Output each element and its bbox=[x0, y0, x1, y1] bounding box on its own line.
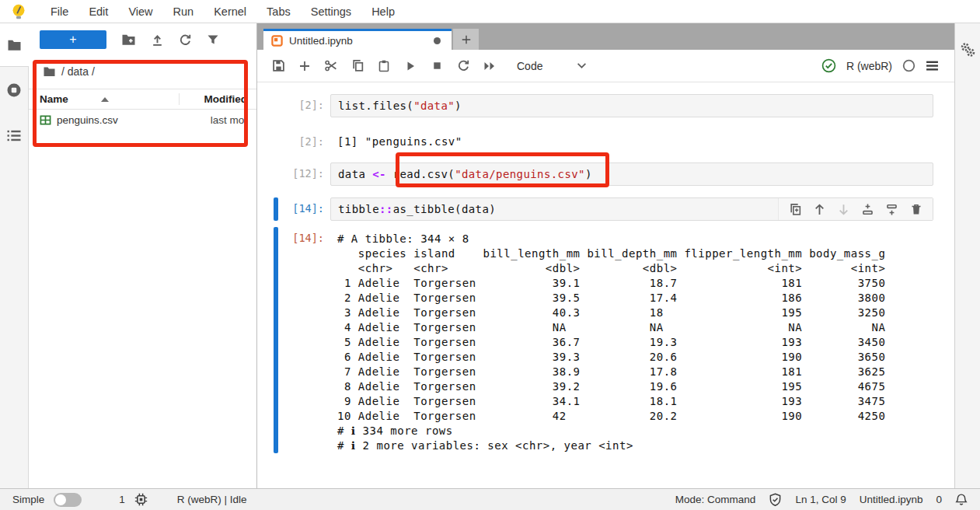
simple-mode-toggle[interactable] bbox=[54, 493, 82, 507]
column-header-name[interactable]: Name bbox=[29, 93, 179, 105]
sidebar-tab-filebrowser[interactable] bbox=[0, 23, 29, 66]
new-tab-button[interactable] bbox=[453, 29, 479, 50]
copy-cells-button[interactable] bbox=[347, 56, 368, 76]
bell-icon[interactable] bbox=[955, 493, 968, 507]
kernel-session-count[interactable]: 1 bbox=[119, 494, 125, 505]
cursor-position[interactable]: Ln 1, Col 9 bbox=[795, 494, 846, 505]
code-text: list.files("data") bbox=[338, 100, 462, 112]
menu-bar: File Edit View Run Kernel Tabs Settings … bbox=[0, 0, 980, 23]
left-activity-bar bbox=[0, 23, 29, 488]
notebook-panel: Untitled.ipynb bbox=[256, 23, 954, 488]
kernel-name[interactable]: R (webR) bbox=[846, 60, 892, 72]
code-cell-3-active: [14]: tibble::as_tibble(data) bbox=[257, 197, 954, 221]
simple-mode-label: Simple bbox=[12, 494, 44, 505]
notebook-toolbar: Code R (webR) bbox=[257, 50, 954, 82]
menu-tabs[interactable]: Tabs bbox=[256, 5, 301, 18]
cut-cells-button[interactable] bbox=[321, 56, 341, 76]
insert-cell-below-button[interactable] bbox=[880, 200, 904, 218]
filter-icon[interactable] bbox=[207, 33, 219, 46]
breadcrumb-path[interactable]: / data / bbox=[61, 65, 95, 78]
insert-cell-above-button[interactable] bbox=[856, 200, 880, 218]
tab-untitled-ipynb[interactable]: Untitled.ipynb bbox=[263, 29, 452, 50]
file-list-header: Name Modified bbox=[29, 89, 256, 110]
menu-run[interactable]: Run bbox=[163, 5, 204, 18]
unsaved-changes-indicator[interactable] bbox=[434, 37, 441, 44]
kernel-chip-icon[interactable] bbox=[134, 493, 148, 506]
file-modified: last mo. bbox=[179, 114, 256, 126]
code-cell-1: [2]: list.files("data") bbox=[257, 94, 954, 117]
trusted-check-icon bbox=[821, 58, 836, 73]
notebook-file-icon bbox=[271, 35, 283, 47]
input-prompt: [12]: bbox=[278, 162, 330, 186]
code-editor[interactable]: tibble::as_tibble(data) bbox=[330, 197, 933, 221]
tibble-output: # A tibble: 344 × 8 species island bill_… bbox=[330, 227, 933, 453]
code-text: tibble::as_tibble(data) bbox=[338, 203, 496, 215]
property-inspector-gears-icon[interactable] bbox=[960, 42, 976, 58]
save-button[interactable] bbox=[268, 56, 288, 76]
running-kernels-icon[interactable] bbox=[6, 82, 22, 98]
menu-edit[interactable]: Edit bbox=[78, 5, 118, 18]
notification-count[interactable]: 0 bbox=[936, 494, 942, 505]
delete-cell-button[interactable] bbox=[904, 200, 928, 218]
cell-1-output: [2]: [1] "penguins.csv" bbox=[257, 131, 954, 149]
trust-shield-icon bbox=[769, 493, 782, 507]
active-filename: Untitled.ipynb bbox=[860, 494, 923, 505]
tab-title: Untitled.ipynb bbox=[289, 35, 427, 47]
restart-kernel-button[interactable] bbox=[453, 56, 473, 76]
notebook-content: [2]: list.files("data") [2]: [1] "pengui… bbox=[257, 82, 954, 488]
code-cell-2: [12]: data <- read.csv("data/penguins.cs… bbox=[257, 162, 954, 186]
file-name: penguins.csv bbox=[57, 114, 179, 126]
dock-tab-bar: Untitled.ipynb bbox=[257, 23, 954, 50]
menu-file[interactable]: File bbox=[40, 5, 78, 18]
code-editor[interactable]: data <- read.csv("data/penguins.csv") bbox=[330, 162, 933, 186]
kernel-status-text[interactable]: R (webR) | Idle bbox=[177, 494, 247, 505]
folder-icon bbox=[7, 39, 22, 51]
duplicate-cell-button[interactable] bbox=[783, 200, 807, 218]
refresh-icon[interactable] bbox=[179, 33, 192, 47]
move-cell-down-button[interactable] bbox=[832, 200, 856, 218]
output-text: [1] "penguins.csv" bbox=[330, 131, 933, 149]
insert-cell-button[interactable] bbox=[295, 56, 315, 76]
move-cell-up-button[interactable] bbox=[807, 200, 832, 218]
table-of-contents-icon[interactable] bbox=[6, 129, 22, 142]
menu-help[interactable]: Help bbox=[361, 5, 405, 18]
menu-settings[interactable]: Settings bbox=[301, 5, 361, 18]
file-browser-toolbar: + bbox=[29, 23, 256, 56]
column-header-modified[interactable]: Modified bbox=[179, 93, 256, 105]
kernel-status-icon[interactable] bbox=[902, 59, 915, 72]
new-folder-icon[interactable] bbox=[121, 33, 136, 46]
cell-type-dropdown[interactable]: Code bbox=[517, 60, 587, 72]
file-browser-panel: + / data / Name Modi bbox=[29, 23, 256, 488]
right-activity-bar bbox=[954, 23, 980, 488]
file-row-penguins-csv[interactable]: penguins.csv last mo. bbox=[29, 110, 256, 131]
code-editor[interactable]: list.files("data") bbox=[330, 94, 933, 117]
output-prompt: [2]: bbox=[278, 131, 330, 149]
side-panel-menu-icon[interactable] bbox=[926, 60, 939, 72]
chevron-down-icon bbox=[577, 62, 587, 69]
status-bar: Simple 1 R (webR) | Idle Mode: Command L… bbox=[0, 488, 980, 510]
menu-view[interactable]: View bbox=[118, 5, 162, 18]
upload-icon[interactable] bbox=[151, 33, 164, 47]
menu-kernel[interactable]: Kernel bbox=[204, 5, 256, 18]
command-mode-indicator[interactable]: Mode: Command bbox=[675, 494, 756, 505]
toggle-knob bbox=[55, 494, 66, 505]
cell-3-output: [14]: # A tibble: 344 × 8 species island… bbox=[257, 227, 954, 453]
new-launcher-button[interactable]: + bbox=[40, 30, 106, 49]
interrupt-kernel-button[interactable] bbox=[427, 56, 447, 76]
cell-hover-toolbar bbox=[778, 198, 933, 220]
restart-run-all-button[interactable] bbox=[480, 56, 500, 76]
input-prompt: [2]: bbox=[278, 94, 330, 117]
breadcrumb[interactable]: / data / bbox=[29, 56, 256, 82]
output-prompt: [14]: bbox=[278, 227, 330, 453]
run-cell-button[interactable] bbox=[400, 56, 420, 76]
csv-file-icon bbox=[40, 114, 51, 126]
paste-cells-button[interactable] bbox=[374, 56, 394, 76]
cell-type-value: Code bbox=[517, 60, 542, 72]
sort-ascending-icon bbox=[101, 97, 109, 102]
folder-icon bbox=[43, 66, 56, 77]
input-prompt: [14]: bbox=[278, 197, 330, 221]
jupyterlite-logo-icon bbox=[11, 3, 26, 20]
code-text: data <- read.csv("data/penguins.csv") bbox=[338, 168, 592, 180]
